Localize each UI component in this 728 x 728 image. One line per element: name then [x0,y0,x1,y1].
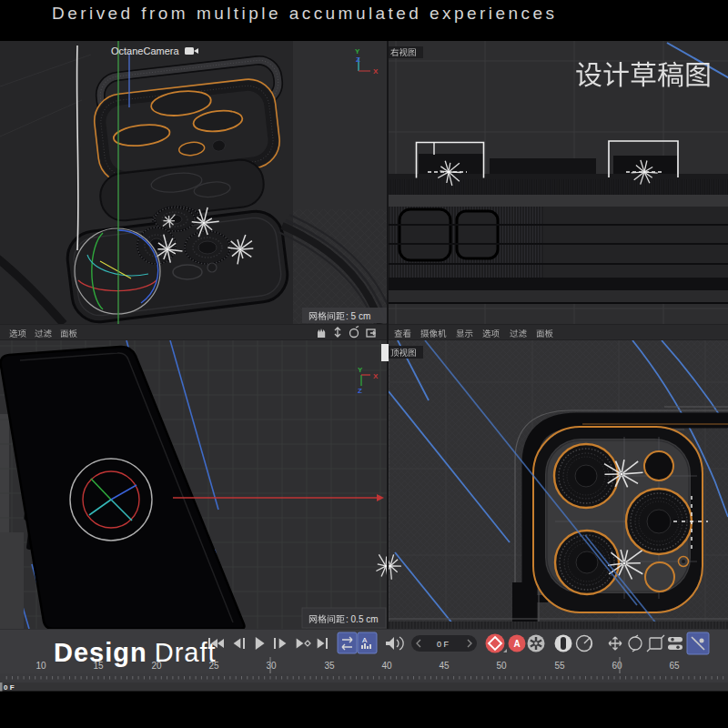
svg-text:Y: Y [358,366,363,374]
svg-text:55: 55 [554,661,565,671]
svg-text:: 0.5 cm: : 0.5 cm [346,614,379,624]
svg-text:X: X [373,372,379,380]
svg-text:Z: Z [356,56,360,64]
svg-text:OctaneCamera: OctaneCamera [111,46,179,56]
svg-text:X: X [373,67,379,76]
svg-text:Y: Y [355,47,360,56]
svg-text:: 5 cm: : 5 cm [346,311,370,321]
svg-text:0 F: 0 F [4,683,15,692]
svg-text:DesignDraft: DesignDraft [54,638,217,667]
svg-text:65: 65 [669,661,680,671]
svg-text:45: 45 [439,661,450,671]
svg-text:0 F: 0 F [437,640,450,649]
svg-text:40: 40 [381,661,392,671]
svg-text:Z: Z [358,387,362,395]
svg-text:30: 30 [266,661,277,671]
svg-text:50: 50 [496,661,507,671]
svg-text:A: A [514,639,521,649]
svg-text:35: 35 [324,661,335,671]
svg-text:60: 60 [612,661,622,671]
svg-text:A: A [362,636,368,644]
svg-text:10: 10 [35,661,46,671]
